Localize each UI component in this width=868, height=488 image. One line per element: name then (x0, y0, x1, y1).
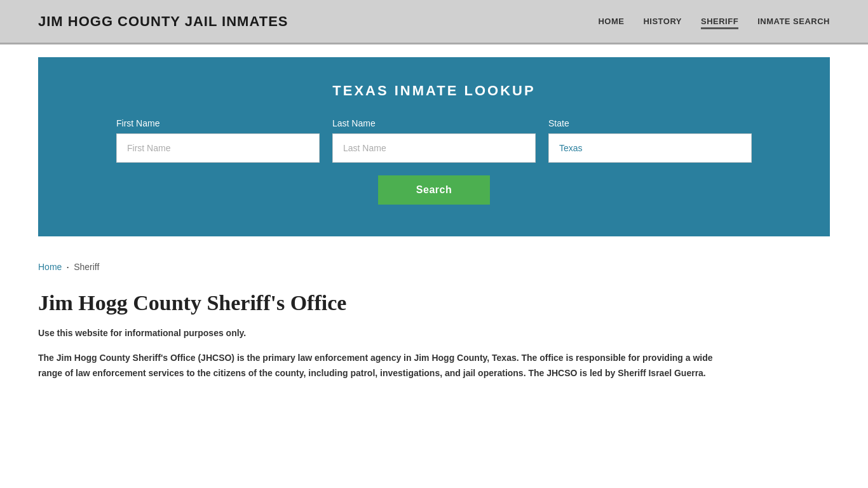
first-name-group: First Name (116, 118, 320, 163)
breadcrumb-separator: • (67, 264, 69, 270)
site-header: JIM HOGG COUNTY JAIL INMATES HOME HISTOR… (0, 0, 868, 44)
form-fields: First Name Last Name State (116, 118, 752, 163)
search-button[interactable]: Search (378, 175, 490, 205)
first-name-input[interactable] (116, 133, 320, 163)
nav-inmate-search[interactable]: INMATE SEARCH (757, 13, 830, 29)
last-name-label: Last Name (332, 118, 536, 128)
main-content: Jim Hogg County Sheriff's Office Use thi… (0, 278, 868, 407)
last-name-input[interactable] (332, 133, 536, 163)
search-section-title: TEXAS INMATE LOOKUP (76, 83, 792, 99)
description-text: The Jim Hogg County Sheriff's Office (JH… (38, 351, 737, 381)
search-section: TEXAS INMATE LOOKUP First Name Last Name… (38, 57, 830, 236)
state-group: State (548, 118, 752, 163)
breadcrumb: Home • Sheriff (38, 262, 830, 272)
disclaimer-text: Use this website for informational purpo… (38, 328, 830, 338)
state-label: State (548, 118, 752, 128)
breadcrumb-home-link[interactable]: Home (38, 262, 62, 272)
site-title: JIM HOGG COUNTY JAIL INMATES (38, 13, 288, 30)
page-heading: Jim Hogg County Sheriff's Office (38, 291, 830, 315)
nav-history[interactable]: HISTORY (643, 13, 682, 29)
inmate-lookup-form: First Name Last Name State Search (76, 118, 792, 205)
first-name-label: First Name (116, 118, 320, 128)
breadcrumb-current: Sheriff (74, 262, 99, 272)
nav-sheriff[interactable]: SHERIFF (701, 13, 738, 29)
nav-home[interactable]: HOME (598, 13, 624, 29)
last-name-group: Last Name (332, 118, 536, 163)
breadcrumb-section: Home • Sheriff (0, 249, 868, 278)
state-input[interactable] (548, 133, 752, 163)
main-nav: HOME HISTORY SHERIFF INMATE SEARCH (598, 13, 830, 29)
